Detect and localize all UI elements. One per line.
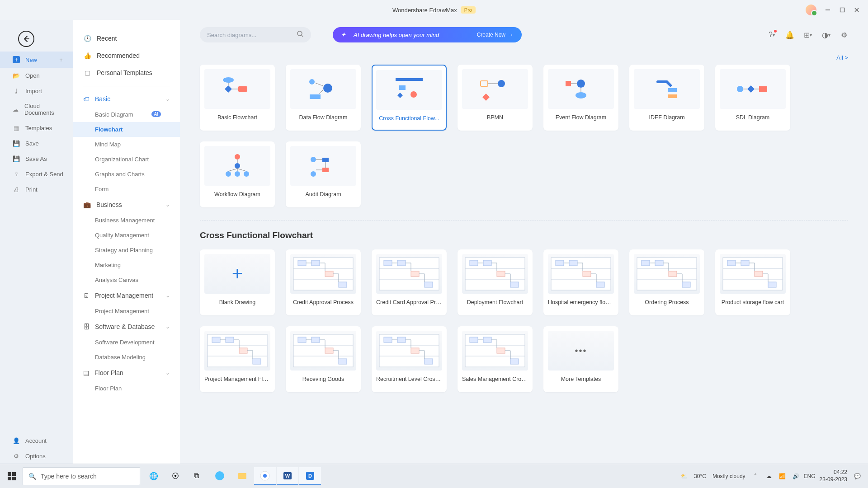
template-card[interactable]: Ordering Process (629, 249, 704, 315)
cat-strategy-planning[interactable]: Strategy and Planning (73, 243, 180, 258)
nav-open[interactable]: 📂Open (0, 68, 73, 83)
diagram-type-card[interactable]: Audit Diagram (286, 141, 361, 207)
cat-graphs-charts[interactable]: Graphs and Charts (73, 167, 180, 182)
task-view-icon[interactable]: ⧉ (185, 467, 207, 485)
ai-banner-text: AI drawing helps open your mind (354, 32, 439, 38)
template-card[interactable]: Hospital emergency flow c... (543, 249, 618, 315)
svg-rect-74 (583, 271, 591, 277)
svg-rect-46 (322, 168, 329, 172)
plus-icon: + (232, 263, 243, 285)
language-icon[interactable]: ENG (806, 473, 813, 480)
create-now-button[interactable]: Create Now→ (477, 32, 514, 38)
template-blank[interactable]: +Blank Drawing (200, 249, 275, 315)
template-card[interactable]: Receving Goods (286, 326, 361, 392)
nav-export[interactable]: ⇪Export & Send (0, 166, 73, 182)
cat-quality-mgmt[interactable]: Quality Management (73, 228, 180, 243)
diagram-type-card[interactable]: Event Flow Diagram (543, 65, 618, 131)
diagram-type-card[interactable]: Workflow Diagram (200, 141, 275, 207)
template-card[interactable]: Project Management Flow... (200, 326, 275, 392)
svg-rect-17 (399, 85, 406, 90)
cat-personal-templates[interactable]: ▢Personal Templates (73, 64, 180, 81)
cat-software-dev[interactable]: Software Development (73, 335, 180, 350)
apps-icon[interactable]: ⊞▾ (804, 31, 812, 39)
onedrive-icon[interactable]: ☁ (765, 473, 773, 480)
nav-new[interactable]: + New + (0, 52, 73, 68)
template-card[interactable]: Deployment Flowchart (458, 249, 533, 315)
weather-icon[interactable]: ⛅ (681, 473, 688, 479)
nav-print[interactable]: 🖨Print (0, 182, 73, 197)
svg-rect-72 (556, 260, 564, 266)
cat-flowchart[interactable]: Flowchart (73, 122, 180, 137)
cat-basic[interactable]: 🏷 Basic ⌄ (73, 91, 180, 107)
cat-software-database[interactable]: 🗄Software & Database⌄ (73, 319, 180, 335)
chrome-icon[interactable] (254, 467, 276, 485)
template-card[interactable]: Recruitment Level Cross F... (372, 326, 447, 392)
cat-db-modeling[interactable]: Database Modeling (73, 350, 180, 365)
cat-org-chart[interactable]: Organizational Chart (73, 152, 180, 167)
cat-mind-map[interactable]: Mind Map (73, 137, 180, 152)
search-input[interactable] (207, 32, 297, 38)
volume-icon[interactable]: 🔊 (793, 473, 800, 480)
diagram-type-card[interactable]: Data Flow Diagram (286, 65, 361, 131)
user-avatar[interactable] (806, 5, 816, 15)
diagram-type-card[interactable]: BPMN (458, 65, 533, 131)
template-more[interactable]: •••More Templates (543, 326, 618, 392)
explorer-icon[interactable] (231, 467, 253, 485)
task-globe[interactable]: 🌐 (142, 472, 165, 480)
template-card[interactable]: Credit Card Approval Proc... (372, 249, 447, 315)
template-card[interactable]: Sales Management Crossf... (458, 326, 533, 392)
cat-form[interactable]: Form (73, 182, 180, 197)
back-button[interactable] (18, 31, 34, 47)
tray-chevron-icon[interactable]: ˄ (752, 473, 759, 480)
settings-icon[interactable]: ⚙ (840, 31, 848, 39)
nav-save-as[interactable]: 💾Save As (0, 151, 73, 166)
diagram-type-card[interactable]: Cross Functional Flow... (372, 65, 447, 131)
edge-icon[interactable] (209, 467, 231, 485)
cat-basic-diagram[interactable]: Basic DiagramAI (73, 107, 180, 122)
cat-floor-plan[interactable]: ▤Floor Plan⌄ (73, 365, 180, 381)
search-icon[interactable] (297, 30, 304, 39)
cat-analysis-canvas[interactable]: Analysis Canvas (73, 272, 180, 287)
template-label: Sales Management Crossf... (462, 376, 528, 382)
palette-icon[interactable]: ◑▾ (822, 31, 830, 39)
cat-marketing[interactable]: Marketing (73, 258, 180, 272)
nav-save[interactable]: 💾Save (0, 136, 73, 151)
taskbar-search[interactable]: 🔍 Type here to search (23, 467, 140, 485)
ai-banner[interactable]: ✦ AI drawing helps open your mind Create… (333, 27, 522, 42)
all-link[interactable]: All > (200, 54, 848, 61)
cat-floor-plan-item[interactable]: Floor Plan (73, 381, 180, 396)
search-box[interactable] (200, 27, 311, 42)
nav-options[interactable]: ⚙Options (0, 448, 73, 464)
weather-desc[interactable]: Mostly cloudy (712, 473, 745, 479)
close-button[interactable] (854, 7, 860, 13)
cat-project-management[interactable]: 🗓Project Management⌄ (73, 287, 180, 304)
start-button[interactable] (3, 467, 21, 485)
bell-icon[interactable]: 🔔 (786, 31, 794, 39)
cat-business[interactable]: 💼Business⌄ (73, 197, 180, 213)
template-card[interactable]: Product storage flow cart (715, 249, 790, 315)
weather-temp[interactable]: 30°C (694, 473, 706, 479)
diagram-type-card[interactable]: Basic Flowchart (200, 65, 275, 131)
diagram-thumb (204, 69, 270, 109)
cat-pm-item[interactable]: Project Management (73, 304, 180, 319)
taskbar-clock[interactable]: 04:22 23-09-2023 (820, 469, 847, 483)
diagram-type-card[interactable]: IDEF Diagram (629, 65, 704, 131)
wifi-icon[interactable]: 📶 (779, 473, 786, 480)
cat-recent[interactable]: 🕓Recent (73, 30, 180, 47)
maximize-button[interactable] (839, 7, 845, 13)
minimize-button[interactable] (825, 7, 831, 13)
cat-recommended[interactable]: 👍Recommended (73, 47, 180, 64)
add-icon[interactable]: + (57, 56, 65, 64)
notifications-icon[interactable]: 💬 (854, 473, 861, 480)
template-card[interactable]: Credit Approval Process (286, 249, 361, 315)
diagram-type-card[interactable]: SDL Diagram (715, 65, 790, 131)
help-icon[interactable]: ?▾ (768, 31, 776, 39)
nav-cloud[interactable]: ☁Cloud Documents (0, 99, 73, 120)
nav-account[interactable]: 👤Account (0, 433, 73, 448)
cortana-icon[interactable]: ⦿ (167, 472, 184, 480)
cat-business-mgmt[interactable]: Business Management (73, 213, 180, 228)
nav-import[interactable]: ⭳Import (0, 83, 73, 99)
nav-templates[interactable]: ▦Templates (0, 120, 73, 136)
word-icon[interactable]: W (277, 467, 298, 485)
edrawmax-icon[interactable]: D (299, 467, 321, 485)
